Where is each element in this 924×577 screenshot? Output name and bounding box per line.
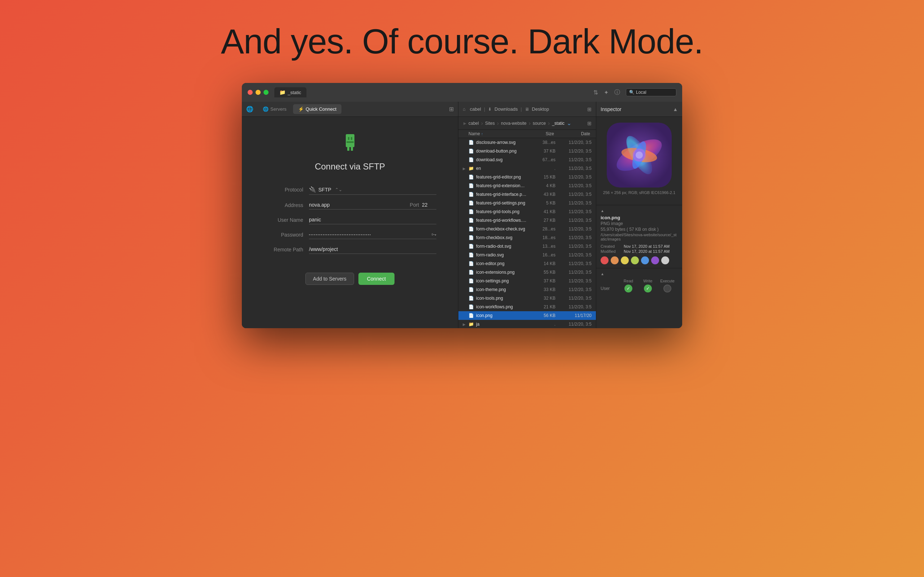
- close-button[interactable]: [247, 90, 253, 95]
- table-row[interactable]: 📄icon.png56 KB11/17/20: [459, 311, 596, 320]
- table-row[interactable]: ▶📁en.11/2/20, 3:5: [459, 164, 596, 173]
- table-row[interactable]: 📄features-grid-settings.png5 KB11/2/20, …: [459, 199, 596, 207]
- table-row[interactable]: 📄icon-tools.png32 KB11/2/20, 3:5: [459, 294, 596, 303]
- window-tab[interactable]: 📁 _static: [274, 87, 307, 97]
- minimize-button[interactable]: [255, 90, 261, 95]
- breadcrumb-sep-1: |: [484, 107, 485, 112]
- table-row[interactable]: 📄features-grid-tools.png41 KB11/2/20, 3:…: [459, 207, 596, 216]
- file-name: disclosure-arrow.svg: [476, 140, 527, 145]
- username-input[interactable]: [309, 215, 436, 224]
- col-date-header[interactable]: Date: [554, 131, 590, 136]
- path-cabel[interactable]: cabel: [468, 121, 479, 126]
- path-nova-website[interactable]: nova-website: [501, 121, 527, 126]
- path-bar: ▸ cabel › Sites › nova-website › source …: [459, 117, 596, 130]
- file-size: 32 KB: [527, 296, 556, 301]
- grid-icon[interactable]: ⊞: [449, 106, 454, 113]
- table-row[interactable]: 📄features-grid-editor.png15 KB11/2/20, 3…: [459, 173, 596, 181]
- table-row[interactable]: 📄form-checkbox.svg18...es11/2/20, 3:5: [459, 233, 596, 242]
- color-swatch[interactable]: [631, 256, 639, 264]
- file-name: features-grid-extensions.png: [476, 183, 527, 188]
- tab-servers[interactable]: 🌐 Servers: [258, 104, 292, 114]
- color-swatch[interactable]: [611, 256, 619, 264]
- file-size: 38...es: [527, 140, 556, 145]
- file-info-chevron[interactable]: ▲: [601, 209, 604, 213]
- file-size: 13...es: [527, 244, 556, 249]
- local-field[interactable]: 🔍 Local: [626, 89, 677, 96]
- maximize-button[interactable]: [263, 90, 268, 95]
- info-icon[interactable]: ⓘ: [614, 89, 620, 96]
- doc-icon: 📄: [468, 287, 474, 292]
- middle-panel: ⌂ cabel | ⬇ Downloads | 🖥 Desktop ⊞ ▸ ca…: [459, 102, 596, 328]
- perm-user-write[interactable]: ✓: [638, 285, 657, 292]
- table-row[interactable]: 📄icon-workflows.png21 KB11/2/20, 3:5: [459, 303, 596, 311]
- table-row[interactable]: ▶📁ja.11/2/20, 3:5: [459, 320, 596, 328]
- address-input[interactable]: [309, 200, 407, 209]
- col-size-header[interactable]: Size: [525, 131, 554, 136]
- table-row[interactable]: 📄icon-editor.png14 KB11/2/20, 3:5: [459, 259, 596, 268]
- created-label: Created: [601, 244, 622, 248]
- doc-icon: 📄: [468, 261, 474, 266]
- table-row[interactable]: 📄icon-extensions.png55 KB11/2/20, 3:5: [459, 268, 596, 277]
- file-expand-icon: ▶: [463, 322, 468, 326]
- path-sites[interactable]: Sites: [485, 121, 495, 126]
- remote-path-input[interactable]: [309, 245, 436, 254]
- table-row[interactable]: 📄download-button.png37 KB11/2/20, 3:5: [459, 147, 596, 155]
- key-icon[interactable]: 🗝: [431, 232, 436, 237]
- toolbar-downloads[interactable]: Downloads: [494, 106, 518, 112]
- col-name-header[interactable]: Name ↑: [468, 131, 525, 136]
- doc-icon: 📄: [468, 270, 474, 275]
- table-row[interactable]: 📄icon-settings.png37 KB11/2/20, 3:5: [459, 277, 596, 285]
- table-row[interactable]: 📄features-grid-extensions.png4 KB11/2/20…: [459, 181, 596, 190]
- table-row[interactable]: 📄download.svg67...es11/2/20, 3:5: [459, 155, 596, 164]
- table-row[interactable]: 📄form-checkbox-check.svg28...es11/2/20, …: [459, 225, 596, 233]
- toolbar-cabel[interactable]: cabel: [470, 106, 481, 112]
- protocol-arrow-icon: ⌃⌄: [335, 187, 342, 192]
- table-row[interactable]: 📄features-grid-workflows.png27 KB11/2/20…: [459, 216, 596, 225]
- table-row[interactable]: 📄disclosure-arrow.svg38...es11/2/20, 3:5: [459, 138, 596, 147]
- file-name: en: [476, 166, 527, 171]
- doc-icon: 📄: [468, 313, 474, 318]
- color-swatch[interactable]: [661, 256, 669, 264]
- port-input[interactable]: [422, 200, 436, 209]
- file-size: 15 KB: [527, 174, 556, 180]
- file-name: features-grid-interface.png: [476, 192, 527, 197]
- add-to-servers-button[interactable]: Add to Servers: [305, 272, 354, 285]
- file-name: icon.png: [476, 313, 527, 318]
- protocol-field[interactable]: 🔌 SFTP ⌃⌄: [309, 185, 436, 195]
- table-row[interactable]: 📄form-radio.svg16...es11/2/20, 3:5: [459, 251, 596, 259]
- file-info-type: PNG image: [601, 221, 678, 226]
- color-swatch[interactable]: [641, 256, 649, 264]
- globe-icon: 🌐: [246, 106, 254, 113]
- table-row[interactable]: 📄icon-theme.png33 KB11/2/20, 3:5: [459, 285, 596, 294]
- file-date: 11/2/20, 3:5: [556, 209, 591, 214]
- color-swatch[interactable]: [651, 256, 659, 264]
- color-swatch[interactable]: [621, 256, 629, 264]
- perm-user-read[interactable]: ✓: [619, 285, 638, 292]
- password-field: •••••••••••••••••••••••••••••••••••• 🗝: [309, 230, 436, 239]
- folder-icon: 📁: [468, 166, 474, 171]
- connect-button[interactable]: Connect: [359, 272, 394, 285]
- path-static[interactable]: _static: [552, 121, 564, 126]
- sort-icon[interactable]: ⇅: [593, 89, 598, 96]
- file-size: 4 KB: [527, 183, 556, 188]
- path-grid-icon[interactable]: ⊞: [587, 121, 591, 126]
- toolbar-desktop[interactable]: Desktop: [532, 106, 549, 112]
- permissions-chevron[interactable]: ▲: [601, 272, 604, 276]
- tab-quick-connect[interactable]: ⚡ Quick Connect: [293, 104, 341, 114]
- remote-path-label: Remote Path: [263, 247, 303, 253]
- path-source[interactable]: source: [533, 121, 546, 126]
- file-name: icon-tools.png: [476, 296, 527, 301]
- doc-icon: 📄: [468, 279, 474, 284]
- color-swatch[interactable]: [601, 256, 609, 264]
- inspector-title: Inspector: [601, 106, 622, 112]
- settings-icon[interactable]: ✦: [604, 89, 609, 96]
- inspector-collapse-icon[interactable]: ▲: [673, 106, 678, 112]
- view-toggle-icon[interactable]: ⊞: [587, 106, 591, 112]
- color-swatches: [601, 256, 678, 264]
- file-date: 11/2/20, 3:5: [556, 322, 591, 327]
- svg-point-12: [636, 152, 643, 159]
- table-row[interactable]: 📄features-grid-interface.png43 KB11/2/20…: [459, 190, 596, 199]
- table-row[interactable]: 📄form-radio-dot.svg13...es11/2/20, 3:5: [459, 242, 596, 251]
- perm-user-execute[interactable]: [657, 285, 677, 292]
- file-size: 37 KB: [527, 148, 556, 154]
